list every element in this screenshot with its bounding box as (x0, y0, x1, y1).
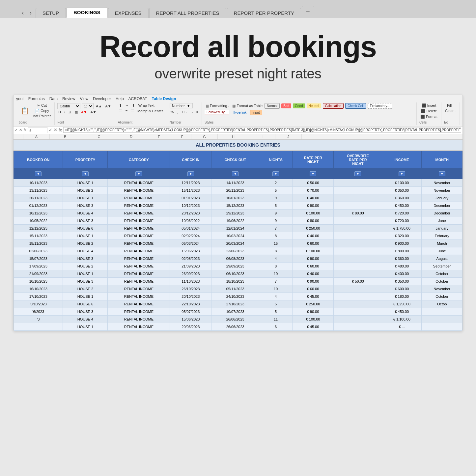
table-cell-r6-c6[interactable]: € 250.00 (293, 224, 334, 232)
table-cell-r0-c2[interactable]: RENTAL INCOME (108, 179, 170, 186)
tab-report-all-properties[interactable]: REPORT ALL PROPERTIES (149, 8, 226, 18)
table-cell-r0-c6[interactable]: € 50.00 (293, 179, 334, 186)
align-bottom-button[interactable]: ⬇ (131, 103, 136, 108)
decrease-decimal-button[interactable]: ←.0 (190, 110, 199, 114)
table-cell-r0-c3[interactable]: 12/11/2023 (170, 179, 211, 186)
table-cell-r11-c1[interactable]: HOUSE 2 (63, 262, 108, 270)
table-cell-r0-c4[interactable]: 14/11/2023 (211, 179, 259, 186)
table-cell-r1-c0[interactable]: 13/11/2023 (14, 186, 63, 194)
table-cell-r4-c4[interactable]: 29/12/2023 (211, 209, 259, 217)
table-cell-r6-c8[interactable]: € 1,750.00 (382, 224, 422, 232)
table-cell-r1-c7[interactable] (334, 186, 382, 194)
table-cell-r18-c4[interactable]: 26/06/2023 (211, 315, 259, 323)
table-cell-r18-c3[interactable]: 15/06/2023 (170, 315, 211, 323)
table-cell-r11-c9[interactable]: September (422, 262, 462, 270)
filter-button-check-out[interactable]: ▼ (232, 171, 238, 176)
table-cell-r16-c1[interactable]: HOUSE 6 (63, 300, 108, 308)
table-cell-r12-c8[interactable]: € 400.00 (382, 270, 422, 277)
table-cell-r15-c9[interactable]: October (422, 293, 462, 300)
filter-button-income[interactable]: ▼ (399, 171, 405, 176)
table-cell-r11-c6[interactable]: € 60.00 (293, 262, 334, 270)
table-cell-r14-c2[interactable]: RENTAL INCOME (108, 285, 170, 293)
table-cell-r4-c8[interactable]: € 720.00 (382, 209, 422, 217)
table-cell-r19-c6[interactable]: € 45.00 (293, 323, 334, 330)
table-cell-r8-c0[interactable]: 15/11/2023 (14, 239, 63, 247)
table-cell-r12-c5[interactable]: 10 (259, 270, 293, 277)
table-cell-r10-c8[interactable]: € 360.00 (382, 255, 422, 262)
table-cell-r7-c2[interactable]: RENTAL INCOME (108, 232, 170, 239)
table-cell-r4-c0[interactable]: 10/12/2023 (14, 209, 63, 217)
table-cell-r16-c7[interactable] (334, 300, 382, 308)
table-cell-r3-c1[interactable]: HOUSE 3 (63, 202, 108, 209)
table-cell-r3-c8[interactable]: € 450.00 (382, 202, 422, 209)
insert-button[interactable]: ⬛ Insert (421, 103, 437, 108)
table-cell-r12-c7[interactable] (334, 270, 382, 277)
table-cell-r3-c7[interactable] (334, 202, 382, 209)
tab-bookings[interactable]: BOOKINGS (67, 7, 107, 18)
italic-button[interactable]: I (63, 110, 66, 114)
table-cell-r9-c5[interactable]: 8 (259, 247, 293, 255)
table-cell-r7-c5[interactable]: 8 (259, 232, 293, 239)
table-cell-r9-c9[interactable]: June (422, 247, 462, 255)
ribbon-menu-acrobat[interactable]: ACROBAT (128, 97, 147, 101)
col-header-g[interactable]: G (191, 134, 218, 139)
table-cell-r18-c0[interactable]: '3 (14, 315, 63, 323)
col-header-e[interactable]: E (145, 134, 173, 139)
fill-color-button[interactable]: A▼ (80, 110, 88, 114)
cut-button[interactable]: ✂ Cut (32, 103, 52, 108)
table-cell-r3-c3[interactable]: 10/12/2023 (170, 202, 211, 209)
table-cell-r5-c9[interactable]: June (422, 217, 462, 224)
table-cell-r8-c9[interactable]: March (422, 239, 462, 247)
name-box-input[interactable] (28, 127, 47, 133)
table-cell-r17-c9[interactable] (422, 308, 462, 315)
table-cell-r5-c2[interactable]: RENTAL INCOME (108, 217, 170, 224)
table-cell-r14-c4[interactable]: 05/11/2023 (211, 285, 259, 293)
ribbon-menu-data[interactable]: Data (49, 97, 58, 101)
table-cell-r7-c8[interactable]: € 320.00 (382, 232, 422, 239)
table-cell-r17-c8[interactable]: € 450.00 (382, 308, 422, 315)
table-cell-r16-c6[interactable]: € 250.00 (293, 300, 334, 308)
ribbon-menu-view[interactable]: View (80, 97, 88, 101)
table-cell-r10-c7[interactable] (334, 255, 382, 262)
ribbon-menu-yout[interactable]: yout (16, 97, 24, 101)
style-normal[interactable]: Normal (265, 103, 280, 109)
table-cell-r11-c7[interactable] (334, 262, 382, 270)
table-cell-r3-c9[interactable]: December (422, 202, 462, 209)
table-cell-r15-c5[interactable]: 4 (259, 293, 293, 300)
formula-content[interactable]: =IF([@NIGHTS]="","",IF([@PROPERTY]="",""… (63, 127, 461, 133)
tab-setup[interactable]: SETUP (36, 8, 66, 18)
table-cell-r14-c5[interactable]: 10 (259, 285, 293, 293)
table-cell-r17-c1[interactable]: HOUSE 3 (63, 308, 108, 315)
table-cell-r2-c6[interactable]: € 40.00 (293, 194, 334, 202)
table-cell-r12-c2[interactable]: RENTAL INCOME (108, 270, 170, 277)
table-cell-r0-c0[interactable]: 10/11/2023 (14, 179, 63, 186)
table-cell-r3-c0[interactable]: 01/12/2023 (14, 202, 63, 209)
table-cell-r4-c6[interactable]: € 100.00 (293, 209, 334, 217)
ribbon-menu-review[interactable]: Review (62, 97, 75, 101)
filter-button-category[interactable]: ▼ (135, 171, 142, 176)
bold-button[interactable]: B (57, 110, 62, 114)
table-cell-r5-c6[interactable]: € 80.00 (293, 217, 334, 224)
table-cell-r17-c0[interactable]: '6/2023 (14, 308, 63, 315)
table-cell-r13-c0[interactable]: 10/10/2023 (14, 277, 63, 285)
table-cell-r7-c3[interactable]: 02/02/2024 (170, 232, 211, 239)
align-top-button[interactable]: ⬆ (118, 103, 123, 108)
wrap-text-button[interactable]: Wrap Text (137, 103, 155, 108)
table-cell-r8-c5[interactable]: 15 (259, 239, 293, 247)
filter-button-rate-per-night[interactable]: ▼ (310, 171, 316, 176)
table-cell-r15-c7[interactable] (334, 293, 382, 300)
table-cell-r16-c4[interactable]: 27/10/2023 (211, 300, 259, 308)
table-cell-r19-c9[interactable] (422, 323, 462, 330)
table-cell-r2-c0[interactable]: 20/11/2023 (14, 194, 63, 202)
table-cell-r7-c7[interactable] (334, 232, 382, 239)
table-cell-r16-c5[interactable]: 5 (259, 300, 293, 308)
format-as-table-button[interactable]: ▦ Format as Table (231, 103, 264, 108)
table-cell-r12-c1[interactable]: HOUSE 1 (63, 270, 108, 277)
format-painter-button[interactable]: nat Painter (32, 114, 52, 118)
table-cell-r6-c7[interactable] (334, 224, 382, 232)
col-header-c[interactable]: C (81, 134, 117, 139)
table-cell-r12-c3[interactable]: 26/09/2023 (170, 270, 211, 277)
table-scroll-container[interactable]: BOOKED ONPROPERTYCATEGORYCHECK INCHECK O… (14, 151, 462, 331)
table-cell-r6-c4[interactable]: 12/01/2024 (211, 224, 259, 232)
table-cell-r14-c3[interactable]: 26/10/2023 (170, 285, 211, 293)
